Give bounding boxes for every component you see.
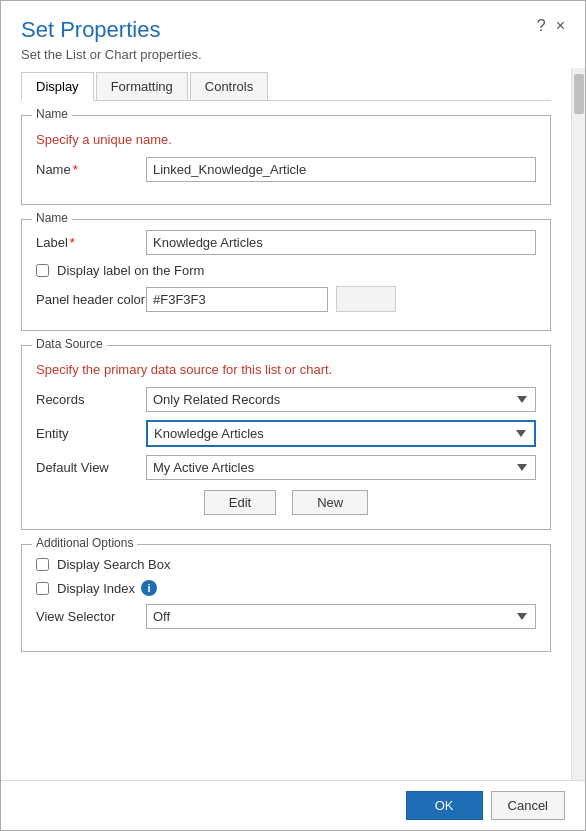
edit-new-button-row: Edit New xyxy=(36,490,536,515)
label-input[interactable] xyxy=(146,230,536,255)
scrollbar-area: Display Formatting Controls Name Specify… xyxy=(1,68,585,780)
tab-formatting[interactable]: Formatting xyxy=(96,72,188,100)
additional-options-section: Additional Options Display Search Box Di… xyxy=(21,544,551,652)
name-required-star: * xyxy=(73,162,78,177)
display-search-row: Display Search Box xyxy=(36,557,536,572)
panel-header-color-label: Panel header color xyxy=(36,292,146,307)
entity-select-wrapper: Knowledge Articles Accounts Contacts xyxy=(146,420,536,447)
display-index-row: Display Index i xyxy=(36,580,536,596)
label-section: Name Label* Display label on the Form Pa… xyxy=(21,219,551,331)
panel-header-color-input[interactable] xyxy=(146,287,328,312)
help-button[interactable]: ? xyxy=(537,17,546,35)
display-label-checkbox[interactable] xyxy=(36,264,49,277)
default-view-select[interactable]: My Active Articles Active Articles All A… xyxy=(146,455,536,480)
name-section: Name Specify a unique name. Name* xyxy=(21,115,551,205)
edit-button[interactable]: Edit xyxy=(204,490,276,515)
name-section-desc: Specify a unique name. xyxy=(36,132,536,147)
entity-label: Entity xyxy=(36,426,146,441)
display-search-label: Display Search Box xyxy=(57,557,170,572)
view-selector-row: View Selector Off Show All Views Show Se… xyxy=(36,604,536,629)
entity-select[interactable]: Knowledge Articles Accounts Contacts xyxy=(146,420,536,447)
tabs-bar: Display Formatting Controls xyxy=(21,72,551,101)
label-label: Label* xyxy=(36,235,146,250)
ok-button[interactable]: OK xyxy=(406,791,483,820)
view-selector-select[interactable]: Off Show All Views Show Selected Views xyxy=(146,604,536,629)
dialog-header: Set Properties Set the List or Chart pro… xyxy=(1,1,585,68)
display-index-label: Display Index xyxy=(57,581,135,596)
display-label-text: Display label on the Form xyxy=(57,263,204,278)
data-source-section: Data Source Specify the primary data sou… xyxy=(21,345,551,530)
display-index-checkbox[interactable] xyxy=(36,582,49,595)
records-select[interactable]: Only Related Records All Records xyxy=(146,387,536,412)
panel-header-color-row: Panel header color xyxy=(36,286,536,312)
data-source-desc: Specify the primary data source for this… xyxy=(36,362,536,377)
default-view-row: Default View My Active Articles Active A… xyxy=(36,455,536,480)
name-input[interactable] xyxy=(146,157,536,182)
new-button[interactable]: New xyxy=(292,490,368,515)
header-text: Set Properties Set the List or Chart pro… xyxy=(21,17,202,62)
records-row: Records Only Related Records All Records xyxy=(36,387,536,412)
scrollbar-thumb[interactable] xyxy=(574,74,584,114)
dialog-footer: OK Cancel xyxy=(1,780,585,830)
tab-controls[interactable]: Controls xyxy=(190,72,268,100)
cancel-button[interactable]: Cancel xyxy=(491,791,565,820)
scrollbar-track xyxy=(571,68,585,780)
data-source-legend: Data Source xyxy=(32,337,107,351)
entity-row: Entity Knowledge Articles Accounts Conta… xyxy=(36,420,536,447)
display-label-form-row: Display label on the Form xyxy=(36,263,536,278)
set-properties-dialog: Set Properties Set the List or Chart pro… xyxy=(0,0,586,831)
tab-display[interactable]: Display xyxy=(21,72,94,101)
label-section-legend: Name xyxy=(32,211,72,225)
name-row: Name* xyxy=(36,157,536,182)
name-section-legend: Name xyxy=(32,107,72,121)
label-row: Label* xyxy=(36,230,536,255)
close-button[interactable]: × xyxy=(556,17,565,35)
dialog-subtitle: Set the List or Chart properties. xyxy=(21,47,202,62)
display-index-info-icon[interactable]: i xyxy=(141,580,157,596)
color-swatch xyxy=(336,286,396,312)
view-selector-label: View Selector xyxy=(36,609,146,624)
dialog-title: Set Properties xyxy=(21,17,202,43)
dialog-content: Display Formatting Controls Name Specify… xyxy=(1,68,571,780)
display-search-checkbox[interactable] xyxy=(36,558,49,571)
name-label: Name* xyxy=(36,162,146,177)
additional-options-legend: Additional Options xyxy=(32,536,137,550)
records-label: Records xyxy=(36,392,146,407)
default-view-label: Default View xyxy=(36,460,146,475)
header-actions: ? × xyxy=(537,17,565,35)
label-required-star: * xyxy=(70,235,75,250)
